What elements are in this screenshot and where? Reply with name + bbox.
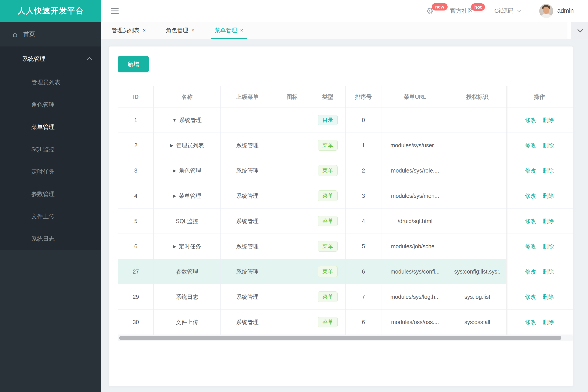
edit-link[interactable]: 修改 (525, 268, 536, 275)
avatar-face (543, 7, 549, 14)
cell-id: 5 (118, 208, 154, 234)
settings-button[interactable]: ⚙ new (426, 7, 433, 15)
cell-type: 菜单 (310, 133, 346, 158)
delete-link[interactable]: 删除 (543, 142, 554, 148)
cell-perms (449, 234, 506, 259)
cell-parent: 系统管理 (221, 158, 274, 183)
tab-overflow-button[interactable] (571, 22, 588, 39)
delete-link[interactable]: 删除 (543, 193, 554, 199)
delete-link[interactable]: 删除 (543, 319, 554, 325)
menu-name-label: SQL监控 (176, 218, 198, 225)
add-button[interactable]: 新增 (118, 56, 149, 72)
type-tag: 菜单 (318, 165, 338, 176)
expand-arrow-icon[interactable]: ▶ (173, 168, 176, 173)
sidebar-items: 管理员列表角色管理菜单管理SQL监控定时任务参数管理文件上传系统日志 (0, 71, 101, 250)
sidebar-item-定时任务[interactable]: 定时任务 (0, 160, 101, 183)
expand-arrow-icon[interactable]: ▶ (170, 143, 174, 148)
cell-id: 4 (118, 183, 154, 208)
table-row: 27参数管理系统管理菜单6modules/sys/confi...sys:con… (118, 259, 573, 284)
hot-badge: hot (471, 3, 485, 11)
sidebar-item-菜单管理[interactable]: 菜单管理 (0, 116, 101, 138)
community-label: 官方社区 (450, 8, 473, 14)
type-tag: 菜单 (318, 317, 338, 328)
sidebar-item-管理员列表[interactable]: 管理员列表 (0, 71, 101, 94)
edit-link[interactable]: 修改 (525, 193, 536, 199)
expand-arrow-icon[interactable]: ▶ (173, 194, 176, 198)
delete-link[interactable]: 删除 (543, 243, 554, 250)
cell-name: ▶定时任务 (154, 234, 221, 259)
sidebar-item-文件上传[interactable]: 文件上传 (0, 205, 101, 228)
user-avatar[interactable] (539, 4, 553, 18)
cell-parent: 系统管理 (221, 259, 274, 284)
username-label[interactable]: admin (557, 8, 574, 14)
tab-管理员列表[interactable]: 管理员列表× (108, 22, 149, 39)
cell-actions: 修改删除 (506, 133, 573, 158)
edit-link[interactable]: 修改 (525, 142, 536, 148)
cell-type: 菜单 (310, 234, 346, 259)
cell-icon (274, 259, 310, 284)
edit-link[interactable]: 修改 (525, 294, 536, 300)
cell-order: 0 (346, 108, 381, 133)
home-icon: ⌂ (13, 30, 18, 38)
chevron-down-icon (517, 8, 521, 12)
edit-link[interactable]: 修改 (525, 117, 536, 123)
type-tag: 目录 (318, 115, 338, 126)
horizontal-scrollbar-thumb[interactable] (119, 336, 561, 340)
cell-type: 菜单 (310, 183, 346, 208)
cell-icon (274, 234, 310, 259)
cell-url: modules/sys/confi... (381, 259, 449, 284)
sidebar-item-参数管理[interactable]: 参数管理 (0, 183, 101, 205)
cell-parent: 系统管理 (221, 133, 274, 158)
table-row: 2▶管理员列表系统管理菜单1modules/sys/user....修改删除 (118, 133, 573, 158)
cell-name: 系统日志 (154, 284, 221, 310)
edit-link[interactable]: 修改 (525, 218, 536, 224)
git-source-label: Git源码 (494, 7, 513, 15)
delete-link[interactable]: 删除 (543, 294, 554, 300)
sidebar-item-系统日志[interactable]: 系统日志 (0, 228, 101, 250)
cell-parent: 系统管理 (221, 284, 274, 310)
cell-url (381, 108, 449, 133)
column-header-图标: 图标 (274, 86, 310, 108)
menu-name-label: 文件上传 (176, 318, 198, 326)
hamburger-menu-icon[interactable] (111, 8, 119, 14)
sidebar-group-system[interactable]: 系统管理 (0, 46, 101, 71)
delete-link[interactable]: 删除 (543, 268, 554, 275)
sidebar-item-角色管理[interactable]: 角色管理 (0, 94, 101, 116)
community-link[interactable]: 官方社区 hot (450, 7, 473, 15)
cell-order: 2 (346, 158, 381, 183)
table-row: 4▶菜单管理系统管理菜单3modules/sys/men...修改删除 (118, 183, 573, 208)
menu-name-label: 系统日志 (176, 293, 198, 300)
delete-link[interactable]: 删除 (543, 117, 554, 123)
type-tag: 菜单 (318, 292, 338, 302)
git-source-dropdown[interactable]: Git源码 (494, 7, 520, 15)
table-row: 5SQL监控系统管理菜单4/druid/sql.html修改删除 (118, 208, 573, 234)
tab-bar: 管理员列表×角色管理×菜单管理× (101, 22, 588, 39)
active-tab-underline (211, 38, 247, 39)
delete-link[interactable]: 删除 (543, 218, 554, 224)
main-content: 新增 ID名称上级菜单图标类型排序号菜单URL授权标识操作 1▼系统管理目录0修… (101, 39, 588, 392)
name-cell: 系统日志 (154, 293, 220, 300)
collapse-arrow-icon[interactable]: ▼ (172, 118, 177, 122)
cell-icon (274, 108, 310, 133)
close-icon[interactable]: × (240, 27, 243, 34)
edit-link[interactable]: 修改 (525, 168, 536, 174)
tab-label: 角色管理 (166, 26, 188, 34)
tab-label: 管理员列表 (112, 26, 140, 34)
menu-name-label: 菜单管理 (179, 192, 201, 200)
tab-菜单管理[interactable]: 菜单管理× (211, 22, 247, 39)
delete-link[interactable]: 删除 (543, 168, 554, 174)
close-icon[interactable]: × (143, 27, 146, 34)
tab-角色管理[interactable]: 角色管理× (162, 22, 198, 39)
table-row: 3▶角色管理系统管理菜单2modules/sys/role....修改删除 (118, 158, 573, 183)
edit-link[interactable]: 修改 (525, 243, 536, 250)
sidebar-item-home[interactable]: ⌂ 首页 (0, 22, 101, 46)
expand-arrow-icon[interactable]: ▶ (173, 244, 176, 248)
sidebar-item-SQL监控[interactable]: SQL监控 (0, 138, 101, 160)
close-icon[interactable]: × (191, 27, 195, 34)
cell-id: 29 (118, 284, 154, 310)
name-cell: 参数管理 (154, 268, 220, 275)
cell-order: 6 (346, 310, 381, 335)
name-cell: ▶角色管理 (154, 167, 220, 174)
cell-id: 27 (118, 259, 154, 284)
edit-link[interactable]: 修改 (525, 319, 536, 325)
